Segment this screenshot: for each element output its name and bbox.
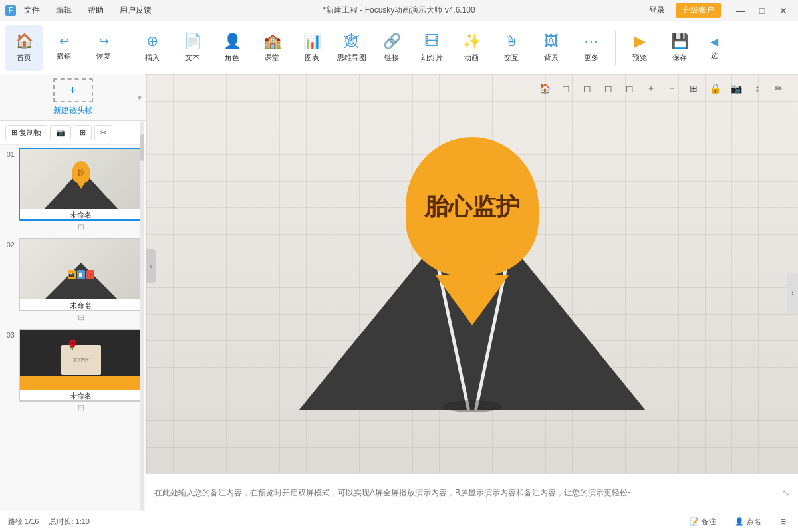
new-frame-label: 新建镜头帧 — [53, 105, 93, 116]
fullscreen-status-button[interactable]: ⊞ — [776, 516, 790, 527]
toolbar-classroom[interactable]: 🏫 课堂 — [253, 25, 291, 71]
list-item[interactable]: 📷 📋 📌 未命名 — [19, 238, 143, 311]
app-title: *新建工程 - Focusky动画演示大师 v4.6.100 — [323, 5, 475, 16]
scene-container: 胎心监护 — [239, 130, 705, 450]
canvas-copy-icon[interactable]: ◻ — [557, 80, 575, 97]
app-icon: F — [5, 5, 16, 16]
copy-frame-label: 复制帧 — [19, 128, 41, 138]
canvas-area[interactable]: 🏠 ◻ ◻ ◻ ◻ ＋ － ⊞ 🔒 📷 ↕ ✏ — [146, 74, 798, 511]
toolbar-background[interactable]: 🖼 背景 — [533, 25, 570, 71]
toolbar-home[interactable]: 🏠 首页 — [5, 25, 43, 71]
scroll-indicator: ▼ — [136, 94, 143, 101]
background-icon: 🖼 — [544, 33, 559, 50]
toolbar-chart[interactable]: 📊 图表 — [293, 25, 331, 71]
right-collapse-button[interactable]: › — [787, 273, 798, 313]
expand-icon-3[interactable]: ⊟ — [78, 403, 84, 412]
toolbar-link-label: 链接 — [384, 53, 399, 63]
toolbar-save-label: 保存 — [672, 53, 687, 63]
slide-name-1: 未命名 — [20, 209, 142, 221]
toolbar-animation[interactable]: ✨ 动画 — [453, 25, 490, 71]
close-button[interactable]: ✕ — [774, 4, 793, 17]
toolbar-preview-label: 预览 — [632, 53, 647, 63]
path-info: 路径 1/16 — [8, 517, 39, 527]
canvas-fit-icon[interactable]: ⊞ — [685, 80, 702, 97]
menu-feedback[interactable]: 用户反馈 — [117, 3, 154, 17]
camera-icon: 📷 — [56, 128, 65, 137]
callname-button[interactable]: 👤 点名 — [731, 515, 765, 528]
thumb2-icon-c: 📌 — [86, 270, 94, 279]
left-collapse-button[interactable]: ‹ — [146, 249, 156, 283]
canvas-edit-icon[interactable]: ✏ — [770, 80, 787, 97]
canvas-resize-icon[interactable]: ↕ — [749, 80, 766, 97]
insert-icon: ⊕ — [146, 33, 158, 50]
table-row: 02 📷 📋 📌 — [3, 238, 143, 323]
toolbar-home-label: 首页 — [17, 53, 31, 63]
menu-edit[interactable]: 编辑 — [53, 3, 74, 17]
select-icon: ◀ — [710, 35, 718, 48]
title-bar: F 文件 编辑 帮助 用户反馈 *新建工程 - Focusky动画演示大师 v4… — [0, 0, 798, 21]
toolbar-more[interactable]: ⋯ 更多 — [573, 25, 610, 71]
toolbar-more-label: 更多 — [584, 53, 598, 63]
left-scroll — [140, 121, 144, 511]
notes-input[interactable] — [154, 488, 782, 497]
canvas-camera-icon[interactable]: 📷 — [728, 80, 745, 97]
new-frame-inner: + 新建镜头帧 — [53, 78, 93, 116]
screenshot-button[interactable]: 📷 — [50, 125, 71, 140]
cut-button[interactable]: ✂ — [94, 125, 112, 140]
toolbar-select[interactable]: ◀ 选 — [701, 25, 728, 71]
login-button[interactable]: 登录 — [644, 3, 670, 17]
canvas-group-icon[interactable]: ◻ — [621, 80, 638, 97]
duration-info: 总时长: 1:10 — [49, 517, 90, 527]
expand-icon-1[interactable]: ⊟ — [78, 222, 84, 231]
toolbar-undo[interactable]: ↩ 撤销 — [45, 25, 82, 71]
toolbar-select-label: 选 — [711, 51, 718, 61]
location-pin: 胎心监护 — [406, 137, 539, 325]
toolbar-save[interactable]: 💾 保存 — [661, 25, 698, 71]
toolbar-slides[interactable]: 🎞 幻灯片 — [413, 25, 450, 71]
notes-button[interactable]: 📝 备注 — [686, 515, 720, 528]
left-scroll-thumb[interactable] — [140, 134, 144, 161]
toolbar-character[interactable]: 👤 角色 — [213, 25, 251, 71]
toolbar-redo[interactable]: ↪ 恢复 — [85, 25, 122, 71]
title-bar-left: F 文件 编辑 帮助 用户反馈 — [5, 3, 154, 17]
toolbar-preview[interactable]: ▶ 预览 — [621, 25, 658, 71]
toolbar-interact[interactable]: 🖱 交互 — [493, 25, 530, 71]
canvas-zoom-out-icon[interactable]: － — [664, 80, 681, 97]
new-frame-area[interactable]: + 新建镜头帧 ▼ — [0, 74, 146, 121]
minimize-button[interactable]: — — [732, 4, 750, 17]
toolbar-text[interactable]: 📄 文本 — [174, 25, 211, 71]
toolbar-chart-label: 图表 — [305, 53, 319, 63]
toolbar-link[interactable]: 🔗 链接 — [373, 25, 410, 71]
shadow-oval — [442, 400, 502, 412]
upgrade-button[interactable]: 升级账户 — [676, 3, 721, 18]
thumb2-road — [45, 263, 118, 299]
fullscreen-button[interactable]: ⊞ — [74, 125, 92, 140]
copy-icon: ⊞ — [11, 128, 17, 137]
thumb1-pin: 胎心监护 — [72, 161, 90, 184]
main-layout: + 新建镜头帧 ▼ ⊞ 复制帧 📷 ⊞ ✂ 01 — [0, 74, 798, 511]
left-panel: + 新建镜头帧 ▼ ⊞ 复制帧 📷 ⊞ ✂ 01 — [0, 74, 146, 511]
copy-frame-button[interactable]: ⊞ 复制帧 — [5, 125, 47, 140]
toolbar-mindmap[interactable]: 🕸 思维导图 — [333, 25, 370, 71]
menu-file[interactable]: 文件 — [21, 3, 43, 17]
status-bar-left: 路径 1/16 总时长: 1:10 — [8, 517, 90, 527]
canvas-home-icon[interactable]: 🏠 — [536, 80, 553, 97]
classroom-icon: 🏫 — [263, 33, 281, 50]
canvas-scene: 胎心监护 — [146, 106, 798, 473]
list-item[interactable]: 🌹 文字内容 未命名 — [19, 329, 143, 402]
list-item[interactable]: 胎心监护 未命名 — [19, 148, 143, 221]
toolbar-insert[interactable]: ⊕ 插入 — [134, 25, 171, 71]
canvas-paste-icon[interactable]: ◻ — [579, 80, 596, 97]
menu-help[interactable]: 帮助 — [85, 3, 106, 17]
toolbar-undo-label: 撤销 — [57, 51, 71, 61]
canvas-zoom-in-icon[interactable]: ＋ — [642, 80, 660, 97]
undo-icon: ↩ — [59, 34, 69, 49]
toolbar-text-label: 文本 — [185, 53, 200, 63]
expand-icon-2[interactable]: ⊟ — [78, 313, 84, 322]
canvas-duplicate-icon[interactable]: ◻ — [600, 80, 617, 97]
notes-expand-icon[interactable]: ⤡ — [782, 487, 790, 498]
menu-bar[interactable]: 文件 编辑 帮助 用户反馈 — [21, 3, 154, 17]
maximize-button[interactable]: □ — [753, 4, 771, 17]
slide-footer-3: ⊟ — [19, 402, 143, 414]
canvas-lock-icon[interactable]: 🔒 — [706, 80, 724, 97]
